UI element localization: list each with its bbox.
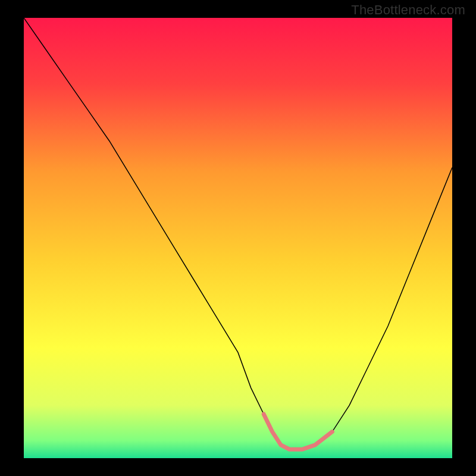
chart-svg — [24, 18, 452, 458]
watermark-label: TheBottleneck.com — [351, 2, 465, 18]
gradient-background — [24, 18, 452, 458]
chart-canvas — [24, 18, 452, 458]
